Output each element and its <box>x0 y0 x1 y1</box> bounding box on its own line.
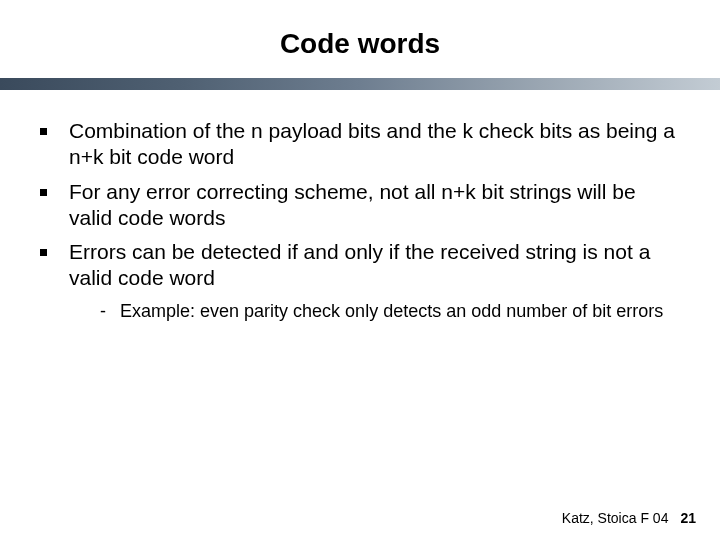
footer: Katz, Stoica F 04 21 <box>562 510 696 526</box>
bullet-text: For any error correcting scheme, not all… <box>69 179 680 232</box>
bullet-item: Errors can be detected if and only if th… <box>40 239 680 292</box>
bullet-text: Errors can be detected if and only if th… <box>69 239 680 292</box>
divider-bar <box>0 78 720 90</box>
bullet-text: Combination of the n payload bits and th… <box>69 118 680 171</box>
bullet-item: For any error correcting scheme, not all… <box>40 179 680 232</box>
bullet-item: Combination of the n payload bits and th… <box>40 118 680 171</box>
slide-title: Code words <box>0 0 720 78</box>
content-area: Combination of the n payload bits and th… <box>0 90 720 323</box>
page-number: 21 <box>680 510 696 526</box>
sub-bullet-text: Example: even parity check only detects … <box>120 300 680 323</box>
dash-bullet-icon: - <box>100 300 106 323</box>
slide: Code words Combination of the n payload … <box>0 0 720 540</box>
square-bullet-icon <box>40 189 47 196</box>
bullet-list: Combination of the n payload bits and th… <box>40 118 680 292</box>
footer-credit: Katz, Stoica F 04 <box>562 510 669 526</box>
sub-bullet-item: - Example: even parity check only detect… <box>100 300 680 323</box>
square-bullet-icon <box>40 249 47 256</box>
square-bullet-icon <box>40 128 47 135</box>
sub-bullet-list: - Example: even parity check only detect… <box>100 300 680 323</box>
